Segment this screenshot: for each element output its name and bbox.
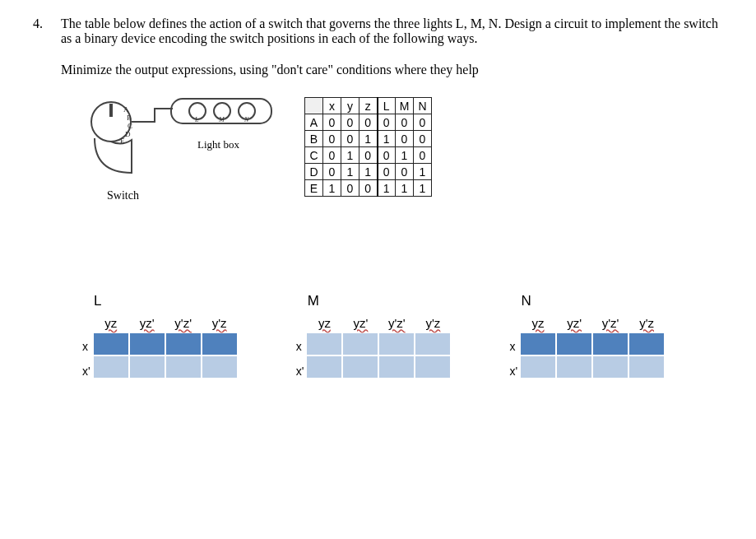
kmap-col-header: yz'	[342, 314, 378, 332]
table-cell: 0	[323, 164, 341, 180]
kmap-col-header: yz	[520, 314, 556, 332]
kmap-row-label: x	[82, 334, 90, 359]
kmap-cell	[93, 332, 129, 355]
table-cell: 1	[359, 131, 378, 147]
kmap-cell	[202, 355, 238, 379]
table-cell: 0	[359, 180, 378, 197]
kmap-col-header: y'z	[415, 314, 451, 332]
kmap-n: N x x' yz yz' y'z' y'z	[509, 293, 666, 383]
kmap-cell	[378, 332, 415, 355]
kmap-row-label: x'	[509, 359, 517, 383]
kmap-grid: yz yz' y'z' y'z	[519, 314, 666, 379]
lightbox-label: Light box	[197, 138, 239, 151]
kmap-row-label: x'	[82, 359, 90, 383]
kmap-col-header: y'z	[628, 314, 665, 332]
table-cell: 0	[341, 114, 359, 131]
kmap-cell	[165, 332, 202, 355]
kmap-col-header: yz	[93, 314, 129, 332]
table-cell: 0	[396, 114, 414, 131]
kmap-cell	[342, 332, 378, 355]
table-header: M	[396, 98, 414, 114]
kmap-cell	[556, 355, 592, 379]
svg-text:E: E	[120, 137, 125, 145]
kmap-row-label: x	[509, 334, 517, 359]
kmap-title: N	[521, 293, 666, 309]
truth-table: x y z L M N A 0 0 0 0 0 0 B 0 0 1 1 0 0 …	[304, 97, 432, 197]
kmap-cell	[202, 332, 238, 355]
table-row: E 1 0 0 1 1 1	[305, 180, 432, 197]
kmap-cell	[592, 332, 628, 355]
kmap-cell	[520, 355, 556, 379]
svg-text:B: B	[127, 114, 132, 122]
kmap-cell	[628, 332, 665, 355]
kmap-cell	[556, 332, 592, 355]
table-cell: 0	[396, 164, 414, 180]
kmap-cell	[415, 332, 451, 355]
question-body: The table below defines the action of a …	[61, 16, 723, 51]
table-row: C 0 1 0 0 1 0	[305, 147, 432, 164]
table-cell: A	[305, 114, 323, 131]
table-cell: 0	[414, 131, 432, 147]
table-cell: 1	[414, 180, 432, 197]
kmap-col-header: yz'	[129, 314, 165, 332]
kmap-col-header: y'z'	[592, 314, 628, 332]
table-row: A 0 0 0 0 0 0	[305, 114, 432, 131]
table-row: B 0 0 1 1 0 0	[305, 131, 432, 147]
switch-figure: A B C D E L M N Light box Switch	[82, 97, 280, 202]
question-text-a: The table below defines the action of a …	[61, 16, 723, 46]
table-row: x y z L M N	[305, 98, 432, 114]
kmap-cell	[306, 332, 342, 355]
question-number: 4.	[33, 16, 49, 51]
table-cell: 1	[359, 164, 378, 180]
table-cell: 0	[378, 114, 396, 131]
table-cell: 1	[396, 147, 414, 164]
svg-text:M: M	[218, 116, 225, 123]
table-cell: 1	[341, 147, 359, 164]
svg-rect-1	[109, 104, 113, 117]
svg-text:N: N	[243, 116, 249, 123]
table-cell: 1	[396, 180, 414, 197]
kmap-col-header: yz'	[556, 314, 592, 332]
kmap-col-header: y'z'	[378, 314, 415, 332]
kmap-row-label: x	[296, 334, 304, 359]
table-header: N	[414, 98, 432, 114]
svg-text:C: C	[128, 122, 132, 130]
kmap-cell	[129, 332, 165, 355]
table-cell: 1	[414, 164, 432, 180]
table-cell: 0	[359, 147, 378, 164]
svg-text:L: L	[194, 116, 199, 123]
kmap-col-header: y'z	[202, 314, 238, 332]
kmap-cell	[415, 355, 451, 379]
switch-label: Switch	[107, 189, 280, 202]
table-cell: 0	[341, 131, 359, 147]
table-row: D 0 1 1 0 0 1	[305, 164, 432, 180]
kmap-col-header: yz	[306, 314, 342, 332]
kmap-cell	[93, 355, 129, 379]
kmap-cell	[342, 355, 378, 379]
kmap-m: M x x' yz yz' y'z' y'z	[296, 293, 452, 383]
kmaps-row: L x x' yz yz' y'z' y'z	[82, 293, 723, 383]
kmap-row-labels: x x'	[509, 334, 517, 383]
table-cell: 0	[414, 114, 432, 131]
question-block: 4. The table below defines the action of…	[33, 16, 723, 51]
table-header: y	[341, 98, 359, 114]
table-cell: 0	[396, 131, 414, 147]
table-cell: 0	[323, 131, 341, 147]
table-cell: 0	[323, 114, 341, 131]
table-cell: 1	[378, 180, 396, 197]
kmap-row-labels: x x'	[296, 334, 304, 383]
kmap-title: M	[308, 293, 452, 309]
table-cell: E	[305, 180, 323, 197]
table-cell: 0	[359, 114, 378, 131]
svg-text:D: D	[125, 130, 131, 138]
table-header: x	[323, 98, 341, 114]
kmap-cell	[628, 355, 665, 379]
table-cell: 0	[341, 180, 359, 197]
kmap-grid: yz yz' y'z' y'z	[305, 314, 452, 379]
table-cell: 0	[378, 147, 396, 164]
table-header	[305, 98, 323, 114]
table-cell: 1	[378, 131, 396, 147]
table-cell: C	[305, 147, 323, 164]
kmap-cell	[306, 355, 342, 379]
kmap-grid: yz yz' y'z' y'z	[92, 314, 239, 379]
